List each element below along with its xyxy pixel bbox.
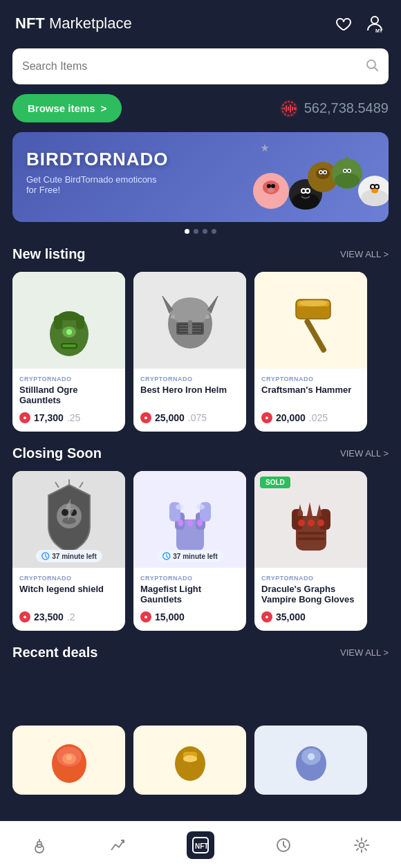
svg-point-89 — [196, 504, 205, 510]
price-icon: ● — [19, 412, 30, 423]
nav-home[interactable] — [19, 831, 59, 860]
svg-point-108 — [183, 755, 197, 762]
recent-deals-view-all[interactable]: VIEW ALL > — [340, 647, 389, 658]
stats-number: 562,738.5489 — [304, 100, 389, 116]
favorites-icon[interactable] — [332, 12, 354, 35]
svg-rect-35 — [349, 161, 352, 165]
closing-soon-cards: 37 minute left CRYPTORNADO Witch legend … — [0, 471, 401, 645]
recent-card-3[interactable] — [254, 726, 367, 795]
svg-point-105 — [66, 755, 72, 760]
home-icon — [30, 836, 48, 854]
card-body-shield: CRYPTORNADO Witch legend shield ● 23,500… — [12, 568, 125, 631]
recent-card-image-3 — [254, 726, 367, 795]
new-listing-card-3[interactable]: CRYPTORNADO Craftsman's Hammer ● 20,000.… — [254, 272, 367, 432]
svg-marker-95 — [307, 502, 313, 516]
svg-point-65 — [205, 315, 209, 319]
card-price-helm: ● 25,000.075 — [140, 412, 239, 423]
svg-rect-6 — [286, 105, 287, 112]
card-image-dracule: SOLD — [254, 471, 367, 568]
card-price-dracule: ● 35,000 — [261, 611, 360, 622]
nav-nft[interactable]: NFT — [176, 826, 225, 865]
svg-rect-8 — [290, 104, 291, 113]
svg-point-97 — [298, 519, 305, 526]
nav-history[interactable] — [263, 831, 304, 860]
card-image-shield: 37 minute left — [12, 471, 125, 568]
svg-rect-100 — [297, 532, 325, 535]
card-price-magefist: ● 15,000 — [140, 611, 239, 622]
new-listing-card-1[interactable]: CRYPTORNADO Stillland Ogre Gauntlets ● 1… — [12, 272, 125, 432]
svg-point-16 — [271, 184, 275, 188]
svg-point-21 — [302, 190, 305, 192]
price-icon-5: ● — [140, 611, 151, 622]
svg-point-98 — [308, 519, 315, 526]
closing-card-1[interactable]: 37 minute left CRYPTORNADO Witch legend … — [12, 471, 125, 631]
new-listing-view-all[interactable]: VIEW ALL > — [340, 249, 389, 259]
search-icon — [365, 58, 379, 75]
timer-badge-1: 37 minute left — [35, 550, 102, 562]
price-icon-2: ● — [140, 412, 151, 423]
svg-rect-34 — [342, 160, 345, 165]
svg-point-0 — [371, 17, 378, 24]
svg-text:MY: MY — [375, 28, 383, 33]
dot-4[interactable] — [212, 229, 216, 234]
card-price-shield: ● 23,500.2 — [19, 611, 118, 622]
new-listing-card-2[interactable]: CRYPTORNADO Best Hero Iron Helm ● 25,000… — [133, 272, 246, 432]
svg-point-53 — [66, 329, 72, 335]
recent-card-1[interactable] — [12, 726, 125, 795]
svg-point-111 — [308, 753, 315, 760]
timer-badge-2: 37 minute left — [156, 550, 223, 562]
svg-point-30 — [324, 172, 326, 174]
search-input[interactable] — [22, 60, 365, 73]
svg-point-99 — [317, 519, 324, 526]
nav-chart[interactable] — [97, 831, 138, 860]
dot-2[interactable] — [194, 229, 198, 234]
closing-soon-view-all[interactable]: VIEW ALL > — [340, 448, 389, 459]
dot-1[interactable] — [185, 229, 189, 234]
history-icon — [274, 836, 292, 854]
card-image-gauntlets — [12, 272, 125, 369]
nav-settings[interactable] — [342, 831, 382, 860]
profile-icon[interactable]: MY — [364, 12, 386, 35]
svg-rect-51 — [76, 315, 84, 329]
header: NFT Marketplace MY — [0, 0, 401, 44]
new-listing-header: New listing VIEW ALL > — [0, 246, 401, 272]
promo-banner[interactable]: BIRDTORNADO Get Cute BirdTornado emotico… — [12, 132, 389, 222]
banner-subtitle: Get Cute BirdTornado emoticons for Free! — [26, 174, 165, 195]
settings-icon — [353, 836, 371, 854]
svg-point-2 — [367, 60, 375, 68]
price-icon-6: ● — [261, 611, 272, 622]
price-icon-3: ● — [261, 412, 272, 423]
svg-point-23 — [306, 190, 309, 192]
svg-point-39 — [348, 170, 351, 172]
svg-point-106 — [175, 746, 205, 781]
card-body-helm: CRYPTORNADO Best Hero Iron Helm ● 25,000… — [133, 369, 246, 432]
dot-3[interactable] — [203, 229, 207, 234]
recent-deals-cards — [0, 726, 401, 809]
svg-point-64 — [171, 315, 175, 319]
svg-point-19 — [292, 193, 319, 210]
svg-point-17 — [268, 188, 274, 193]
browse-button[interactable]: Browse items > — [12, 94, 122, 122]
closing-card-2[interactable]: 37 minute left CRYPTORNADO Magefist Ligh… — [133, 471, 246, 631]
svg-point-46 — [371, 189, 378, 194]
svg-text:NFT: NFT — [195, 842, 208, 850]
recent-card-image-1 — [12, 726, 125, 795]
svg-rect-9 — [292, 107, 293, 111]
closing-card-3[interactable]: SOLD CRYPTORNADO Dracule's Gr — [254, 471, 367, 631]
svg-point-28 — [320, 172, 322, 174]
new-listing-cards: CRYPTORNADO Stillland Ogre Gauntlets ● 1… — [0, 272, 401, 445]
svg-point-86 — [187, 519, 193, 526]
svg-line-78 — [80, 482, 83, 488]
recent-deals-header: Recent deals VIEW ALL > — [0, 645, 401, 670]
new-listing-title: New listing — [12, 246, 86, 262]
svg-point-88 — [176, 504, 184, 510]
svg-rect-63 — [188, 320, 192, 334]
svg-marker-11 — [261, 144, 268, 151]
search-bar[interactable] — [12, 48, 389, 84]
closing-soon-title: Closing Soon — [12, 445, 102, 461]
svg-rect-7 — [288, 107, 289, 111]
svg-rect-55 — [62, 344, 76, 347]
svg-point-73 — [62, 509, 68, 516]
app-logo: NFT Marketplace — [15, 15, 132, 33]
recent-card-2[interactable] — [133, 726, 246, 795]
